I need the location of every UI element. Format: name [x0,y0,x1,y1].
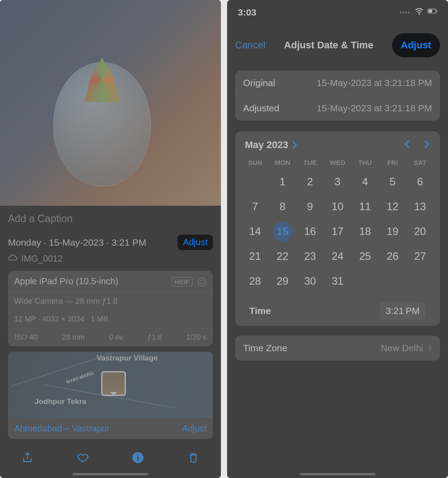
svg-rect-1 [138,457,139,461]
dayname-cell: TUE [296,159,324,166]
calendar-day[interactable]: 28 [245,271,265,291]
adjusted-value: 15-May-2023 at 3:21:18 PM [317,103,432,114]
next-month-button[interactable] [423,139,430,151]
calendar-day[interactable]: 21 [245,246,265,266]
svg-rect-6 [436,10,437,12]
calendar-day[interactable]: 19 [382,221,403,242]
device-name: Apple iPad Pro (10.5-inch) [14,276,118,286]
calendar-day[interactable]: 5 [382,172,403,192]
calendar-day[interactable]: 18 [355,221,375,242]
camera-lens-line: Wide Camera — 28 mm ƒ1.8 [8,292,213,310]
home-indicator[interactable] [73,473,148,475]
timezone-label: Time Zone [243,343,287,353]
calendar-day[interactable]: 11 [355,196,375,217]
calendar-day[interactable]: 24 [327,246,348,266]
calendar-picker: May 2023 SUNMONTUEWEDTHUFRISAT 123456789… [235,131,440,326]
month-label: May 2023 [245,139,288,151]
home-indicator[interactable] [300,473,375,475]
exif-spec-row: ISO 40 28 mm 0 ev ƒ1.8 1/20 s [8,328,213,346]
format-badge: HEIF [171,277,193,286]
svg-rect-5 [428,10,432,12]
status-time: 3:03 [238,7,256,18]
calendar-day[interactable]: 7 [245,196,265,217]
adjust-confirm-button[interactable]: Adjust [392,33,440,57]
lens-icon [198,278,207,286]
map-photo-pin[interactable] [101,371,126,396]
dayname-cell: MON [269,159,296,166]
timezone-value: New Delhi [381,343,423,353]
calendar-day[interactable]: 27 [410,246,430,266]
phone-right-adjust-datetime: 3:03 •••• Cancel Adjust Date & Time Adju… [227,0,448,478]
calendar-day[interactable]: 3 [327,172,348,192]
calendar-day[interactable]: 22 [272,246,293,266]
calendar-day[interactable]: 16 [300,221,320,242]
map-road-label: NYAY-MARG [66,370,94,385]
calendar-day[interactable]: 17 [327,221,348,242]
calendar-day[interactable]: 13 [410,196,430,217]
map-preview[interactable]: Vastrapur Village Jodhpur Tekra NYAY-MAR… [8,352,213,418]
calendar-day[interactable]: 23 [300,246,320,266]
info-button[interactable] [131,451,145,466]
calendar-day[interactable]: 26 [382,246,403,266]
nav-title: Adjust Date & Time [284,39,373,51]
chevron-right-icon [291,140,298,150]
calendar-daynames: SUNMONTUEWEDTHUFRISAT [241,156,434,168]
dayname-cell: FRI [379,159,406,166]
icloud-icon [8,253,18,265]
chevron-right-icon [428,345,432,352]
calendar-day[interactable]: 2 [300,172,320,192]
adjust-location-button[interactable]: Adjust [182,423,207,434]
photo-date-line: Monday · 15-May-2023 · 3:21 PM [8,237,146,248]
location-text[interactable]: Ahmedabad – Vastrapur [14,423,110,434]
favorite-button[interactable] [76,451,90,466]
svg-point-3 [419,14,420,15]
time-period: PM [406,306,420,316]
spec-ev: 0 ev [109,333,123,342]
original-label: Original [243,78,275,88]
share-button[interactable] [21,451,34,466]
timezone-row[interactable]: Time Zone New Delhi [235,336,440,360]
calendar-day[interactable]: 4 [355,172,375,192]
dayname-cell: SUN [241,159,269,166]
calendar-day[interactable]: 6 [410,172,430,192]
spec-focal: 28 mm [62,333,85,342]
calendar-day[interactable]: 25 [355,246,375,266]
calendar-day[interactable]: 12 [382,196,403,217]
phone-left-photo-info: Add a Caption Monday · 15-May-2023 · 3:2… [0,0,221,478]
wifi-icon [414,6,424,18]
prev-month-button[interactable] [404,139,411,151]
location-map-card[interactable]: Vastrapur Village Jodhpur Tekra NYAY-MAR… [8,352,213,439]
calendar-day[interactable]: 31 [327,271,348,291]
calendar-day[interactable]: 29 [272,271,293,291]
calendar-grid: 1234567891011121314151617181920212223242… [241,168,434,296]
spec-shutter: 1/20 s [186,333,207,342]
bottom-toolbar [0,445,221,470]
delete-button[interactable] [187,451,200,466]
dayname-cell: WED [324,159,351,166]
exif-card: Apple iPad Pro (10.5-inch) HEIF Wide Cam… [8,271,213,346]
calendar-day[interactable]: 30 [300,271,320,291]
calendar-day[interactable]: 1 [272,172,293,192]
resolution-line: 12 MP · 4032 × 3024 · 1 MB [8,310,213,328]
datetime-summary-group: Original 15-May-2023 at 3:21:18 PM Adjus… [235,71,440,121]
calendar-day[interactable]: 10 [327,196,348,217]
caption-input[interactable]: Add a Caption [0,206,221,232]
calendar-day[interactable]: 20 [410,221,430,242]
time-picker-button[interactable]: 3:21 PM [380,302,426,320]
month-picker-button[interactable]: May 2023 [245,139,298,151]
time-value: 3:21 [386,306,404,316]
photo-preview[interactable] [0,0,221,206]
time-label: Time [249,306,271,316]
dayname-cell: SAT [406,159,434,166]
spec-iso: ISO 40 [14,333,38,342]
calendar-day[interactable]: 14 [245,221,265,242]
cancel-button[interactable]: Cancel [235,39,265,51]
calendar-day[interactable]: 8 [272,196,293,217]
adjust-date-button[interactable]: Adjust [177,235,213,250]
battery-icon [428,6,437,18]
adjusted-label: Adjusted [243,103,279,114]
map-label-jodhpur: Jodhpur Tekra [35,398,86,406]
nav-bar: Cancel Adjust Date & Time Adjust [227,21,448,65]
calendar-day[interactable]: 15 [272,221,293,242]
calendar-day[interactable]: 9 [300,196,320,217]
